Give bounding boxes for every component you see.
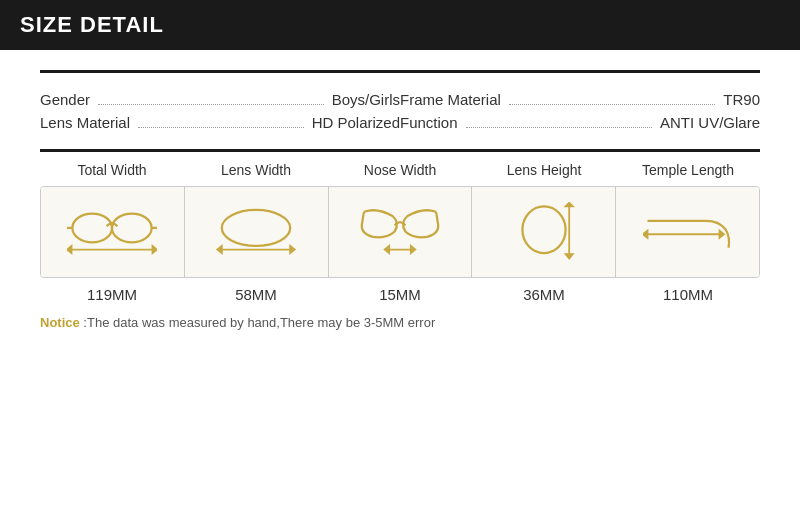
svg-marker-22 [719,231,724,238]
value-total-width: 119MM [40,286,184,303]
lens-height-icon [499,202,589,262]
top-divider [40,70,760,73]
label-lens-width: Lens Width [184,162,328,178]
value-nose-width: 15MM [328,286,472,303]
page-title: SIZE DETAIL [20,12,164,37]
label-total-width: Total Width [40,162,184,178]
spec-dots [98,104,324,105]
temple-length-icon [643,202,733,262]
icon-cell-total-width [41,187,185,277]
value-lens-height: 36MM [472,286,616,303]
spec-value-frame: TR90 [723,91,760,108]
svg-marker-14 [385,246,390,253]
value-temple-length: 110MM [616,286,760,303]
measurements-section: Total Width Lens Width Nose Width Lens H… [40,162,760,303]
total-width-icon [67,202,157,262]
notice-label: Notice [40,315,80,330]
label-nose-width: Nose Width [328,162,472,178]
bottom-divider [40,149,760,152]
nose-width-icon [355,202,445,262]
svg-point-9 [222,210,290,246]
icon-cell-lens-height [472,187,616,277]
spec-item-frame: Frame Material TR90 [400,91,760,108]
svg-marker-7 [67,246,72,253]
spec-value-function: ANTI UV/Glare [660,114,760,131]
spec-dots [466,127,652,128]
measurements-labels: Total Width Lens Width Nose Width Lens H… [40,162,760,178]
spec-item-gender: Gender Boys/Girls [40,91,400,108]
spec-label-gender: Gender [40,91,90,108]
svg-marker-8 [153,246,158,253]
svg-marker-12 [290,246,295,253]
lens-width-icon [211,202,301,262]
icon-cell-nose-width [329,187,473,277]
spec-label-frame: Frame Material [400,91,501,108]
notice-text: :The data was measured by hand,There may… [83,315,435,330]
svg-marker-11 [217,246,222,253]
specs-table: Gender Boys/Girls Frame Material TR90 Le… [40,83,760,139]
icon-cell-lens-width [185,187,329,277]
spec-item-lens: Lens Material HD Polarized [40,114,400,131]
label-lens-height: Lens Height [472,162,616,178]
svg-marker-21 [643,231,648,238]
svg-point-0 [73,214,113,243]
icon-cell-temple-length [616,187,759,277]
spec-label-function: Function [400,114,458,131]
measurements-values: 119MM 58MM 15MM 36MM 110MM [40,286,760,303]
icons-row [40,186,760,278]
spec-value-lens: HD Polarized [312,114,400,131]
page-header: SIZE DETAIL [0,0,800,50]
svg-marker-18 [565,203,572,207]
spec-label-lens: Lens Material [40,114,130,131]
spec-dots [138,127,304,128]
svg-marker-15 [411,246,416,253]
spec-dots [509,104,715,105]
svg-point-1 [112,214,152,243]
main-content: Gender Boys/Girls Frame Material TR90 Le… [0,50,800,340]
svg-marker-19 [565,254,572,258]
spec-value-gender: Boys/Girls [332,91,400,108]
spec-item-function: Function ANTI UV/Glare [400,114,760,131]
label-temple-length: Temple Length [616,162,760,178]
value-lens-width: 58MM [184,286,328,303]
notice: Notice :The data was measured by hand,Th… [40,315,760,330]
svg-point-16 [522,206,565,253]
